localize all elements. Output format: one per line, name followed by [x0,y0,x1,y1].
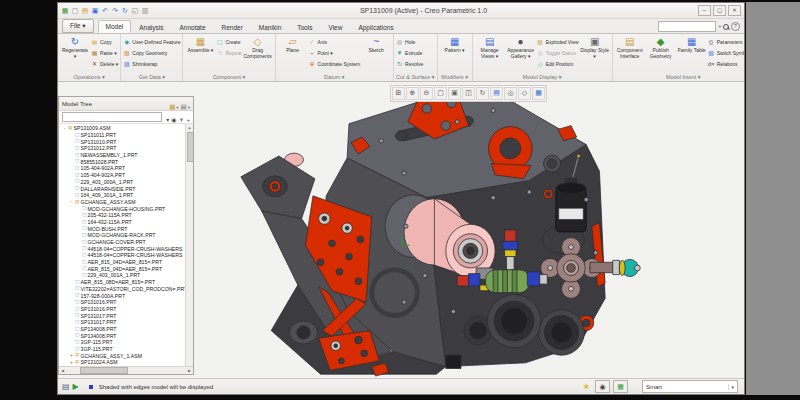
relations-button[interactable]: d=Relations [708,58,744,69]
model-tree-search-input[interactable] [62,112,162,122]
parameters-button[interactable]: {}Parameters [708,36,744,47]
tree-item-44518-04-copper-crush-washers[interactable]: ▢44518-04=COPPER-CRUSH-WASHERS [59,252,193,259]
copy-geometry-button[interactable]: ▧Copy Geometry [123,47,180,58]
zoom-out-button[interactable]: ⊖ [420,87,433,100]
copy-button[interactable]: ▤Copy [91,36,118,47]
app-icon[interactable]: ▦ [61,7,69,14]
tree-item-sp131012-prt[interactable]: ▢SP131012.PRT [59,145,193,152]
assemble-button[interactable]: ▦Assemble ▾ [185,35,215,55]
gearbox-model[interactable] [241,91,640,376]
tab-render[interactable]: Render [214,21,251,33]
user-defined-feature-button[interactable]: ◆User-Defined Feature [123,36,180,47]
tree-item-205-432-115a-prt[interactable]: ▢205-432-115A.PRT [59,212,193,219]
help-icon[interactable]: ? [731,22,740,31]
filter-icon[interactable]: ▼ [179,117,185,123]
create-button[interactable]: ▢Create [216,36,241,47]
scroll-thumb[interactable] [187,132,193,162]
plane-button[interactable]: ▱Plane [278,35,308,55]
tree-item-105-404-902a-prt[interactable]: ▢105-404-902A.PRT [59,165,193,172]
tree-item-gchange-cover-prt[interactable]: ▢GCHANGE-COVER.PRT [59,239,193,246]
tree-item-sp131016-prt[interactable]: ▢SP131016.PRT [59,299,193,306]
repaint-button[interactable]: ▢ [434,87,447,100]
tree-item-164-432-115a-prt[interactable]: ▢164-432-115A.PRT [59,219,193,226]
new-icon[interactable]: ▢ [71,7,79,14]
hole-button[interactable]: ◎Hole [396,36,423,47]
tab-annotate[interactable]: Annotate [171,21,213,33]
manage-views-button[interactable]: ▤Manage Views ▾ [475,35,505,60]
viewport[interactable] [195,82,744,378]
scroll-left-icon[interactable]: ◀ [59,368,66,373]
repeat-button[interactable]: ↻Repeat [216,47,241,58]
point-button[interactable]: +Point ▾ [309,47,361,58]
folder-browser-icon[interactable]: ▶ [73,383,79,391]
expand-icon[interactable]: + [186,117,190,123]
publish-geometry-button[interactable]: ◆Publish Geometry [646,35,676,60]
tab-tools[interactable]: Tools [289,21,320,33]
regenerate-button[interactable]: ↻Regenerate ▾ [60,35,90,60]
refit-button[interactable]: ⊞ [392,87,405,100]
tree-item-sp131017-prt[interactable]: ▢SP131017.PRT [59,319,193,326]
switch-symbols-button[interactable]: ▧Switch Symbols [708,47,744,58]
model-canvas[interactable] [195,82,744,378]
tree-item-gchange-assy-asm[interactable]: -▤GCHANGE_ASSY.ASM [59,199,193,206]
command-search-input[interactable] [658,21,716,32]
exploded-view-button[interactable]: ▧Exploded View [537,36,579,47]
scroll-right-icon[interactable]: ▶ [186,368,193,373]
star-icon[interactable]: ★ [583,383,590,391]
tree-item-sp134008-prt[interactable]: ▢SP134008.PRT [59,332,193,339]
tree-expander-icon[interactable]: + [69,353,74,358]
scroll-thumb-h[interactable] [80,367,128,374]
select-button[interactable]: ▦ [613,380,628,393]
save-icon[interactable]: ▣ [91,7,99,14]
tree-expander-icon[interactable]: - [62,126,67,131]
undo-icon[interactable]: ↶ [101,7,109,14]
paste-button[interactable]: ▦Paste ▾ [91,47,118,58]
group-label[interactable]: Model Intent ▾ [615,73,744,81]
delete-button[interactable]: ✕Delete ▾ [91,58,118,69]
tab-view[interactable]: View [320,21,350,33]
minimize-button[interactable]: ─ [698,5,711,16]
tree-item-sp131009-asm[interactable]: -▤SP131009.ASM [59,125,193,132]
zoom-in-button[interactable]: ⊕ [406,87,419,100]
model-tree-toggle-icon[interactable]: ▤ [62,383,70,391]
coordinate-system-button[interactable]: ⊕Coordinate System [309,58,361,69]
search-dropdown-icon[interactable]: ▾ [719,24,721,29]
appearance-gallery-button[interactable]: ●Appearance Gallery ▾ [506,35,536,60]
tree-expander-icon[interactable]: - [69,199,74,204]
tree-item-229-403-001a-1-prt[interactable]: ▢229_403_001A_1.PRT [59,272,193,279]
red-ring-mount[interactable] [488,127,532,179]
shrinkwrap-button[interactable]: ▨Shrinkwrap [123,58,180,69]
extrude-button[interactable]: ▼Extrude [396,47,423,58]
open-icon[interactable]: ▤ [81,7,89,14]
tab-file[interactable]: File ▾ [62,19,94,33]
dropdown-icon[interactable]: ▾ [166,117,169,123]
display-style-button[interactable]: ▣Display Style ▾ [580,35,610,60]
family-table-button[interactable]: ▦Family Table [677,35,707,55]
search-icon[interactable] [723,24,729,30]
datum-display-button[interactable]: ◫ [462,87,475,100]
component-interface-button[interactable]: ▤Component Interface [615,35,645,60]
selection-filter-dropdown[interactable]: Smart ▾ [642,380,738,393]
tab-analysis[interactable]: Analysis [131,21,171,33]
group-label[interactable]: Cut & Surface ▾ [396,73,435,81]
close-button[interactable]: ✕ [728,5,741,16]
tree-item-3gp-115-prt[interactable]: ▢3GP-115.PRT [59,339,193,346]
tree-vertical-scrollbar[interactable]: ▲ [185,124,193,366]
find-button[interactable]: ◉ [595,380,610,393]
tree-item-aer-815-04d-aer-815-prt[interactable]: ▢AER_815_04D=AER_815=.PRT [59,265,193,272]
tab-manikin[interactable]: Manikin [251,21,289,33]
drag-components-button[interactable]: ◇Drag Components [243,35,273,60]
tree-horizontal-scrollbar[interactable]: ◀ ▶ [59,366,193,374]
tree-item-sp131024-asm[interactable]: +▤SP131024.ASM [59,359,193,366]
revolve-button[interactable]: ↻Revolve [396,58,423,69]
find-icon[interactable]: ◉ [171,117,176,123]
tree-item-44518-04-copper-crush-washers[interactable]: ▢44518-04=COPPER-CRUSH-WASHERS [59,245,193,252]
tree-item-dallararhside-prt[interactable]: ▢DALLARARHSIDE.PRT [59,185,193,192]
group-label[interactable]: Component ▾ [185,73,272,81]
scroll-up-icon[interactable]: ▲ [186,124,193,131]
print-icon[interactable]: ▥ [141,7,149,14]
redo-icon[interactable]: ↷ [111,7,119,14]
perspective-button[interactable]: ◇ [518,87,531,100]
tree-item-164-409-301a-1-prt[interactable]: ▢164_409_301A_1.PRT [59,192,193,199]
tree-item-sp131017-prt[interactable]: ▢SP131017.PRT [59,312,193,319]
